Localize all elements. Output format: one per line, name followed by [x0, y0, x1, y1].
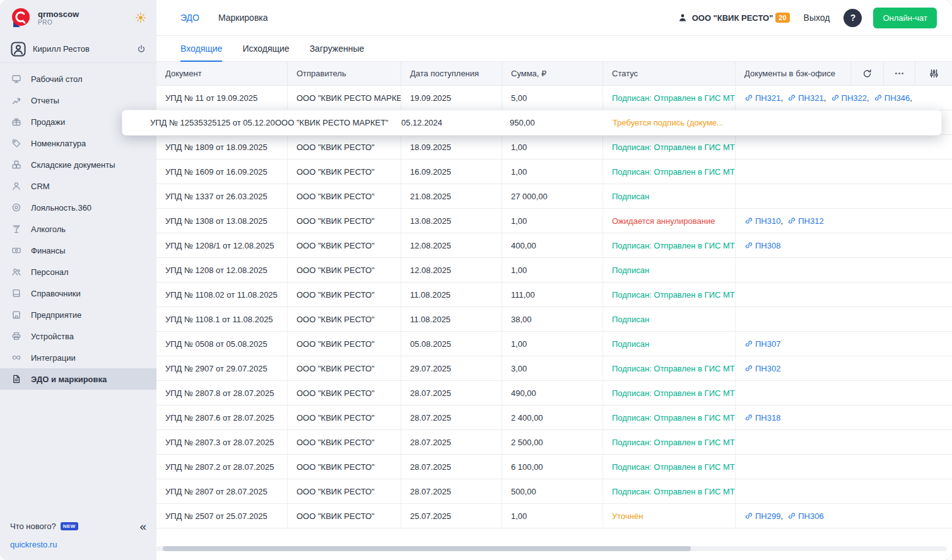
logo-subtitle: PRO — [38, 19, 79, 26]
filter-settings-button[interactable] — [915, 62, 952, 85]
cell-sender: ООО "КВИК РЕСТО" — [287, 184, 401, 208]
backoffice-doc-link[interactable]: ПН299 — [744, 511, 780, 521]
table-row[interactable]: УПД № 2807.8 от 28.07.2025 ООО "КВИК РЕС… — [156, 381, 952, 405]
backoffice-doc-link[interactable]: ПН321 — [787, 93, 823, 103]
table-row[interactable]: УПД № 2907 от 29.07.2025 ООО "КВИК РЕСТО… — [156, 356, 952, 381]
sidebar-item-devices[interactable]: Устройства — [0, 325, 156, 347]
whats-new-link[interactable]: Что нового? — [10, 522, 56, 531]
backoffice-doc-link[interactable]: ПН306 — [787, 511, 823, 521]
table-row[interactable]: УПД № 1337 от 26.03.2025 ООО "КВИК РЕСТО… — [156, 184, 952, 209]
sidebar-item-desktop[interactable]: Рабочий стол — [0, 68, 156, 90]
theme-toggle-sun-icon[interactable] — [135, 12, 146, 23]
sidebar-item-loyalty[interactable]: Лояльность.360 — [0, 197, 156, 218]
table-row[interactable]: УПД № 2807.6 от 28.07.2025 ООО "КВИК РЕС… — [156, 405, 952, 430]
subtab-uploaded[interactable]: Загруженные — [310, 36, 365, 61]
cell-sender: ООО "КВИК РЕСТО" — [287, 258, 401, 282]
backoffice-doc-link[interactable]: ПН308 — [744, 241, 780, 250]
more-options-button[interactable] — [883, 62, 915, 85]
site-link[interactable]: quickresto.ru — [10, 540, 57, 549]
link-icon — [787, 216, 796, 225]
cell-status: Подписан — [602, 258, 735, 282]
user-row[interactable]: Кирилл Рестов — [0, 35, 156, 63]
dragged-document-row[interactable]: УПД № 12535325125 от 05.12.2024 ООО "КВИ… — [122, 110, 942, 136]
table-row[interactable]: УПД № 1609 от 16.09.2025 ООО "КВИК РЕСТО… — [156, 160, 952, 184]
backoffice-doc-link[interactable]: ПН302 — [744, 364, 780, 373]
sidebar-item-crm[interactable]: CRM — [0, 175, 156, 197]
column-header[interactable]: Статус — [602, 62, 735, 85]
column-header[interactable]: Документы в бэк-офисе — [735, 62, 850, 85]
power-logout-icon[interactable] — [136, 44, 146, 54]
table-row[interactable]: УПД № 1308 от 13.08.2025 ООО "КВИК РЕСТО… — [156, 209, 952, 233]
cell-status: Подписан: Отправлен в ГИС МТ — [602, 160, 735, 184]
refresh-button[interactable] — [850, 62, 883, 85]
backoffice-doc-link[interactable]: ПН322 — [831, 93, 867, 103]
backoffice-doc-link[interactable]: ПН312 — [787, 216, 823, 226]
column-header[interactable]: Дата поступления — [401, 62, 502, 85]
backoffice-doc-link[interactable]: ПН321 — [744, 93, 780, 103]
column-header[interactable]: Сумма, ₽ — [502, 62, 602, 85]
sidebar-item-warehouse-docs[interactable]: Складские документы — [0, 154, 156, 175]
horizontal-scrollbar-thumb[interactable] — [163, 546, 691, 551]
cell-date: 28.07.2025 — [401, 430, 502, 454]
logout-button[interactable]: Выход — [804, 13, 830, 23]
cell-backoffice-docs: ПН321, ПН321, ПН322, ПН346, — [735, 86, 952, 110]
cell-date: 28.07.2025 — [401, 405, 502, 429]
table-row[interactable]: УПД № 2507 от 25.07.2025 ООО "КВИК РЕСТО… — [156, 504, 952, 528]
backoffice-doc-link[interactable]: ПН346 — [874, 93, 910, 103]
sales-icon — [11, 117, 22, 127]
backoffice-doc-link[interactable]: ПН307 — [744, 339, 780, 349]
cell-status: Подписан: Отправлен в ГИС МТ — [602, 283, 735, 306]
sidebar-item-label: Лояльность.360 — [31, 203, 91, 213]
table-row[interactable]: УПД № 11 от 19.09.2025 ООО "КВИК РЕСТО М… — [156, 86, 952, 110]
backoffice-doc-link[interactable]: ПН310 — [744, 216, 780, 226]
cell-sum: 1,00 — [502, 258, 602, 282]
help-button[interactable]: ? — [843, 9, 862, 27]
subtab-outgoing[interactable]: Исходящие — [242, 36, 289, 61]
cell-date: 11.08.2025 — [401, 283, 502, 306]
sidebar-item-alcohol[interactable]: Алкоголь — [0, 218, 156, 240]
cell-date: 05.12.2024 — [401, 118, 510, 127]
sidebar-item-finance[interactable]: Финансы — [0, 240, 156, 261]
table-row[interactable]: УПД № 1208 от 12.08.2025 ООО "КВИК РЕСТО… — [156, 258, 952, 283]
sidebar-item-label: CRM — [31, 182, 50, 191]
table-row[interactable]: УПД № 2807.3 от 28.07.2025 ООО "КВИК РЕС… — [156, 430, 952, 455]
separator: , — [824, 93, 831, 103]
collapse-sidebar-button[interactable]: « — [139, 520, 146, 532]
cell-sender: ООО "КВИК РЕСТО МАРКЕТ" — [275, 118, 401, 127]
cell-document: УПД № 1208 от 12.08.2025 — [156, 258, 287, 282]
column-header[interactable]: Отправитель — [287, 62, 401, 85]
sidebar-item-reports[interactable]: Отчеты — [0, 90, 156, 111]
tab-marking[interactable]: Маркировка — [218, 13, 268, 23]
link-icon — [787, 93, 796, 102]
company-name[interactable]: ООО "КВИК РЕСТО" — [692, 13, 773, 23]
cell-backoffice-docs — [735, 381, 952, 405]
sidebar-item-references[interactable]: Справочники — [0, 283, 156, 304]
cell-document: УПД № 2807.2 от 28.07.2025 — [156, 455, 287, 479]
horizontal-scrollbar-track[interactable] — [156, 546, 947, 551]
subtab-incoming[interactable]: Входящие — [180, 36, 222, 61]
cell-document: УПД № 0508 от 05.08.2025 — [156, 332, 287, 356]
cell-status: Ожидается аннулирование — [602, 209, 735, 233]
table-row[interactable]: УПД № 1108.02 от 11.08.2025 ООО "КВИК РЕ… — [156, 283, 952, 307]
sidebar-item-enterprise[interactable]: Предприятие — [0, 304, 156, 325]
table-row[interactable]: УПД № 2807.2 от 28.07.2025 ООО "КВИК РЕС… — [156, 455, 952, 479]
cell-date: 16.09.2025 — [401, 160, 502, 184]
cell-sum: 950,00 — [510, 118, 613, 127]
column-header[interactable]: Документ — [156, 62, 287, 85]
sidebar-item-edo-marking[interactable]: ЭДО и маркировка — [0, 368, 156, 390]
cell-date: 28.07.2025 — [401, 455, 502, 479]
cell-sum: 400,00 — [502, 233, 602, 257]
sidebar-item-nomenclature[interactable]: Номенклатура — [0, 132, 156, 154]
quickresto-logo-icon — [10, 7, 32, 28]
backoffice-doc-link[interactable]: ПН318 — [744, 413, 780, 423]
sidebar-item-staff[interactable]: Персонал — [0, 261, 156, 283]
sidebar-item-integrations[interactable]: Интеграции — [0, 347, 156, 368]
table-row[interactable]: УПД № 0508 от 05.08.2025 ООО "КВИК РЕСТО… — [156, 332, 952, 356]
tab-edo[interactable]: ЭДО — [180, 13, 199, 23]
table-row[interactable]: УПД № 1809 от 18.09.2025 ООО "КВИК РЕСТО… — [156, 135, 952, 160]
table-row[interactable]: УПД № 1108.1 от 11.08.2025 ООО "КВИК РЕС… — [156, 307, 952, 332]
table-row[interactable]: УПД № 2807 от 28.07.2025 ООО "КВИК РЕСТО… — [156, 479, 952, 504]
online-chat-button[interactable]: Онлайн-чат — [873, 8, 937, 28]
table-row[interactable]: УПД № 1208/1 от 12.08.2025 ООО "КВИК РЕС… — [156, 233, 952, 258]
cell-backoffice-docs — [735, 258, 952, 282]
